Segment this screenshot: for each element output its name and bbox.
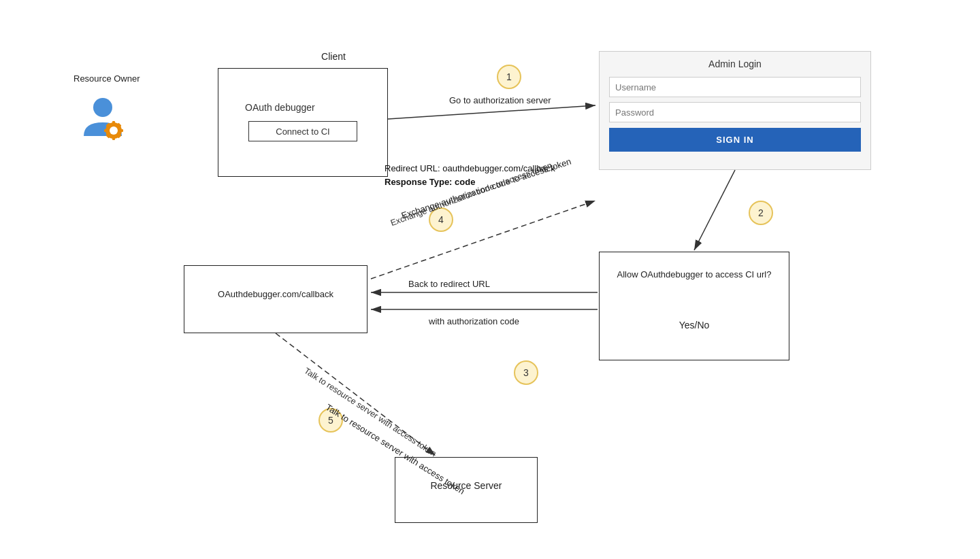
allow-box-text1: Allow OAuthdebugger to access CI url?: [602, 269, 786, 281]
connect-to-ci-button[interactable]: Connect to CI: [248, 121, 357, 141]
svg-rect-6: [119, 129, 123, 132]
callback-box-label: OAuthdebugger.com/callback: [187, 289, 364, 299]
callback-box: [184, 265, 368, 333]
username-input[interactable]: [609, 77, 861, 97]
allow-box: [599, 252, 789, 360]
back-to-redirect-label: Back to redirect URL: [408, 279, 490, 289]
client-label: Client: [265, 51, 402, 62]
go-to-auth-label: Go to authorization server: [449, 95, 551, 105]
svg-rect-3: [112, 121, 115, 125]
svg-point-0: [93, 98, 112, 117]
admin-login-title: Admin Login: [599, 53, 871, 73]
svg-rect-5: [104, 129, 108, 132]
svg-line-13: [388, 105, 595, 119]
resource-server-label: Resource Server: [398, 480, 534, 491]
client-inner-label: OAuth debugger: [245, 102, 315, 113]
sign-in-button[interactable]: SIGN IN: [609, 128, 861, 152]
step-3-circle: 3: [514, 360, 538, 385]
password-input[interactable]: [609, 102, 861, 122]
allow-box-yes-no: Yes/No: [602, 320, 786, 331]
svg-rect-4: [112, 136, 115, 140]
with-auth-code-label: with authorization code: [429, 316, 519, 326]
step-2-circle: 2: [749, 201, 773, 225]
step-1-circle: 1: [497, 65, 521, 89]
resource-owner-label: Resource Owner: [74, 73, 140, 84]
svg-line-14: [694, 170, 735, 250]
resource-owner-icon: [78, 88, 133, 143]
svg-point-2: [110, 126, 118, 135]
